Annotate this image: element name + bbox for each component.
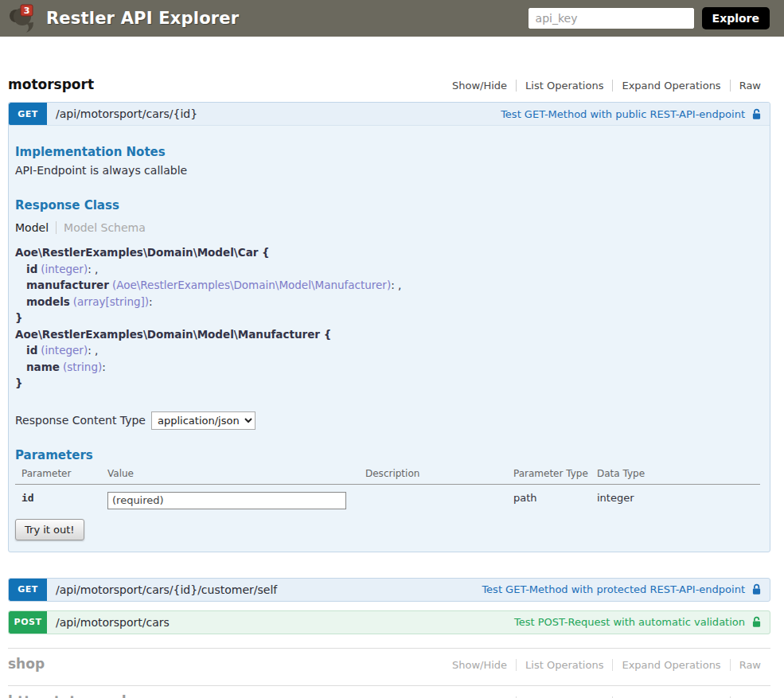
col-parameter-type: Parameter Type	[507, 468, 591, 485]
endpoint-summary-text: Test GET-Method with public REST-API-end…	[501, 108, 745, 120]
endpoint-summary-link[interactable]: Test POST-Request with automatic validat…	[514, 611, 763, 634]
parameters-table-header-row: Parameter Value Description Parameter Ty…	[15, 468, 760, 485]
parameter-value-input[interactable]	[107, 492, 346, 509]
parameter-data-type: integer	[591, 484, 760, 509]
implementation-notes-heading: Implementation Notes	[15, 145, 760, 159]
endpoint-summary-link[interactable]: Test GET-Method with public REST-API-end…	[501, 103, 763, 125]
show-hide-link[interactable]: Show/Hide	[443, 80, 516, 92]
endpoint-path-link[interactable]: /api/motorsport/cars	[56, 611, 514, 634]
http-method-badge: GET	[9, 103, 47, 125]
resource-title-http-status-codes[interactable]: http-status-codes	[8, 693, 143, 698]
explore-button[interactable]: Explore	[702, 7, 770, 29]
resource-title-motorsport[interactable]: motorsport	[8, 76, 94, 92]
resource-links: Show/Hide List Operations Expand Operati…	[443, 659, 761, 671]
app-header: 3 Restler API Explorer Explore	[0, 0, 784, 37]
resource-http-status-codes: http-status-codes Show/Hide List Operati…	[8, 685, 770, 698]
raw-link[interactable]: Raw	[731, 659, 761, 671]
resource-title-shop[interactable]: shop	[8, 656, 45, 672]
model-class-close: }	[15, 375, 760, 392]
col-parameter: Parameter	[15, 468, 101, 485]
http-method-badge: GET	[9, 579, 47, 601]
model-tabs: Model Model Schema	[15, 221, 760, 234]
resource-motorsport: motorsport Show/Hide List Operations Exp…	[8, 76, 770, 634]
endpoint-post-cars-header[interactable]: POST /api/motorsport/cars Test POST-Requ…	[8, 610, 770, 634]
raw-link[interactable]: Raw	[731, 80, 761, 92]
endpoint-path-link[interactable]: /api/motorsport/cars/{id}/customer/self	[56, 579, 482, 601]
api-explorer-content: motorsport Show/Hide List Operations Exp…	[8, 76, 770, 698]
endpoint-post-cars: POST /api/motorsport/cars Test POST-Requ…	[8, 610, 770, 634]
response-content-type-label: Response Content Type	[15, 414, 146, 427]
response-content-type-row: Response Content Type application/json	[15, 411, 760, 430]
parameter-description	[359, 484, 507, 509]
expand-operations-link[interactable]: Expand Operations	[613, 659, 729, 671]
model-property: id(integer): ,	[15, 261, 760, 278]
model-class-close: }	[15, 310, 760, 326]
model-property: name(string):	[15, 359, 760, 376]
parameter-type: path	[507, 484, 591, 509]
endpoint-summary-text: Test POST-Request with automatic validat…	[514, 616, 745, 628]
response-class-heading: Response Class	[15, 198, 760, 213]
elephant-logo-icon: 3	[6, 2, 40, 35]
api-key-input[interactable]	[529, 8, 694, 29]
lock-open-icon	[751, 616, 763, 628]
parameters-heading: Parameters	[15, 448, 760, 462]
expand-operations-link[interactable]: Expand Operations	[613, 80, 729, 92]
restler-logo[interactable]: 3	[6, 2, 40, 35]
model-property: models(array[string]):	[15, 294, 760, 310]
col-description: Description	[359, 468, 507, 485]
lock-closed-icon	[751, 583, 763, 595]
model-class-open: Aoe\RestlerExamples\Domain\Model\Manufac…	[15, 326, 760, 343]
endpoint-summary-text: Test GET-Method with protected REST-API-…	[482, 583, 745, 595]
model-signature: Aoe\RestlerExamples\Domain\Model\Car { i…	[15, 244, 760, 392]
col-value: Value	[101, 468, 359, 485]
tab-model[interactable]: Model	[15, 221, 56, 234]
spacer	[8, 602, 770, 610]
implementation-notes-text: API-Endpoint is always callable	[15, 164, 760, 177]
resource-motorsport-head: motorsport Show/Hide List Operations Exp…	[8, 76, 770, 92]
resource-http-status-codes-head: http-status-codes Show/Hide List Operati…	[8, 693, 770, 698]
try-it-out-button[interactable]: Try it out!	[15, 519, 84, 540]
show-hide-link[interactable]: Show/Hide	[443, 659, 516, 671]
parameters-table: Parameter Value Description Parameter Ty…	[15, 468, 760, 509]
response-content-type-select[interactable]: application/json	[151, 411, 255, 430]
list-operations-link[interactable]: List Operations	[517, 80, 612, 92]
endpoint-get-cars-id: GET /api/motorsport/cars/{id} Test GET-M…	[8, 102, 770, 552]
resource-shop: shop Show/Hide List Operations Expand Op…	[8, 648, 770, 672]
model-class-open: Aoe\RestlerExamples\Domain\Model\Car {	[15, 244, 760, 261]
model-property: manufacturer(Aoe\RestlerExamples\Domain\…	[15, 277, 760, 294]
endpoint-path-link[interactable]: /api/motorsport/cars/{id}	[56, 103, 501, 125]
lock-open-icon	[751, 108, 763, 120]
http-method-badge: POST	[9, 611, 47, 634]
tab-model-schema[interactable]: Model Schema	[56, 221, 146, 234]
col-data-type: Data Type	[591, 468, 760, 485]
parameter-row-id: id path integer	[15, 484, 760, 509]
header-controls: Explore	[529, 7, 770, 29]
resource-shop-head: shop Show/Hide List Operations Expand Op…	[8, 656, 770, 672]
endpoint-get-customer-self: GET /api/motorsport/cars/{id}/customer/s…	[8, 578, 770, 602]
endpoint-details: Implementation Notes API-Endpoint is alw…	[9, 126, 770, 552]
parameter-name: id	[21, 492, 34, 504]
list-operations-link[interactable]: List Operations	[517, 659, 612, 671]
endpoint-get-customer-self-header[interactable]: GET /api/motorsport/cars/{id}/customer/s…	[8, 578, 770, 602]
logo-badge-number: 3	[24, 6, 30, 16]
app-title: Restler API Explorer	[46, 9, 239, 28]
spacer	[8, 552, 770, 578]
resource-links: Show/Hide List Operations Expand Operati…	[443, 80, 761, 92]
endpoint-get-cars-id-header[interactable]: GET /api/motorsport/cars/{id} Test GET-M…	[9, 103, 770, 126]
endpoint-summary-link[interactable]: Test GET-Method with protected REST-API-…	[482, 579, 763, 601]
model-property: id(integer): ,	[15, 342, 760, 359]
